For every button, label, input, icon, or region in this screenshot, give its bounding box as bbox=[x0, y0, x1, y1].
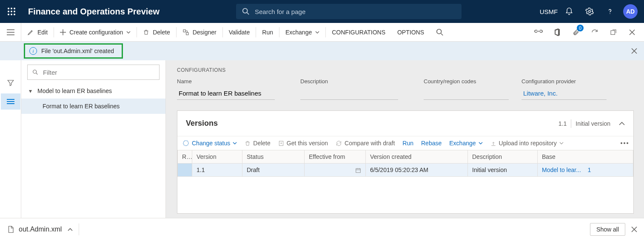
upload-icon bbox=[490, 140, 496, 147]
filter-icon bbox=[32, 69, 39, 76]
office-button[interactable] bbox=[550, 25, 564, 39]
change-status-button[interactable]: Change status bbox=[182, 140, 237, 147]
tree-node-parent[interactable]: ▾ Model to learn ER baselines bbox=[21, 83, 165, 99]
upload-repo-button[interactable]: Upload into repository bbox=[490, 140, 564, 147]
rail-filter-button[interactable] bbox=[1, 75, 20, 91]
global-search-input[interactable] bbox=[255, 8, 456, 15]
version-delete-label: Delete bbox=[253, 140, 270, 147]
svg-rect-39 bbox=[356, 169, 361, 172]
svg-point-38 bbox=[627, 142, 628, 144]
notifications-button[interactable] bbox=[560, 0, 578, 23]
field-name-input[interactable] bbox=[177, 87, 275, 100]
cell-description[interactable]: Initial version bbox=[468, 164, 538, 177]
show-all-button[interactable]: Show all bbox=[590, 223, 625, 236]
cell-created[interactable]: 6/5/2019 05:20:23 AM bbox=[366, 164, 468, 177]
field-provider-label: Configuration provider bbox=[521, 78, 607, 85]
svg-point-36 bbox=[621, 142, 622, 144]
global-search[interactable] bbox=[236, 4, 462, 19]
create-config-button[interactable]: Create configuration bbox=[54, 23, 137, 42]
validate-button[interactable]: Validate bbox=[223, 23, 256, 42]
rebase-button[interactable]: Rebase bbox=[421, 140, 442, 147]
version-run-label: Run bbox=[402, 140, 413, 147]
more-actions-button[interactable] bbox=[621, 142, 628, 144]
rail-list-button[interactable] bbox=[1, 93, 20, 110]
main-content: CONFIGURATIONS Name Description Country/… bbox=[166, 60, 644, 218]
user-avatar[interactable]: AD bbox=[621, 0, 640, 23]
nav-toggle[interactable] bbox=[0, 23, 21, 42]
close-icon bbox=[631, 48, 637, 54]
dismiss-message-button[interactable] bbox=[631, 48, 637, 54]
close-page-button[interactable] bbox=[625, 25, 639, 39]
svg-point-13 bbox=[610, 13, 610, 14]
cell-version[interactable]: 1.1 bbox=[192, 164, 242, 177]
options-label: OPTIONS bbox=[397, 29, 424, 36]
run-button[interactable]: Run bbox=[256, 23, 279, 42]
col-effective[interactable]: Effective from bbox=[305, 150, 366, 164]
grid-data-row[interactable]: 1.1 Draft 6/5/2019 05:20:23 AM Initial v… bbox=[178, 164, 633, 177]
compare-button[interactable]: Compare with draft bbox=[336, 140, 395, 147]
company-picker[interactable]: USMF bbox=[539, 0, 558, 23]
cell-base[interactable]: Model to lear... 1 bbox=[538, 164, 633, 177]
version-run-button[interactable]: Run bbox=[402, 140, 413, 147]
col-description[interactable]: Description bbox=[468, 150, 538, 164]
field-provider-input[interactable] bbox=[521, 87, 607, 100]
popout-button[interactable] bbox=[607, 25, 620, 39]
col-base[interactable]: Base bbox=[538, 150, 633, 164]
versions-header: Versions 1.1 Initial version bbox=[177, 111, 633, 136]
svg-point-5 bbox=[14, 11, 15, 12]
tab-configurations[interactable]: CONFIGURATIONS bbox=[326, 23, 391, 42]
settings-button[interactable] bbox=[580, 0, 599, 23]
tab-options[interactable]: OPTIONS bbox=[391, 23, 430, 42]
related-links-button[interactable] bbox=[532, 25, 545, 39]
help-button[interactable] bbox=[601, 0, 619, 23]
exchange-button[interactable]: Exchange bbox=[279, 23, 325, 42]
tree-node-child[interactable]: Format to learn ER baselines bbox=[21, 99, 165, 114]
cell-effective[interactable] bbox=[305, 164, 366, 177]
col-status[interactable]: Status bbox=[242, 150, 305, 164]
col-created[interactable]: Version created bbox=[366, 150, 468, 164]
edit-button[interactable]: Edit bbox=[21, 23, 54, 42]
compare-label: Compare with draft bbox=[345, 140, 395, 147]
waffle-button[interactable] bbox=[0, 0, 23, 23]
trash-icon bbox=[143, 29, 149, 36]
footer-close-button[interactable] bbox=[631, 226, 637, 232]
file-menu-button[interactable] bbox=[68, 228, 73, 231]
cell-base-num[interactable]: 1 bbox=[587, 167, 591, 173]
version-exchange-button[interactable]: Exchange bbox=[449, 140, 482, 147]
trash-icon bbox=[245, 140, 251, 147]
funnel-icon bbox=[7, 79, 14, 87]
chevron-down-icon bbox=[479, 142, 483, 144]
field-description-input[interactable] bbox=[300, 87, 398, 100]
svg-point-37 bbox=[624, 142, 625, 144]
svg-rect-19 bbox=[183, 30, 185, 32]
tree-filter[interactable] bbox=[27, 65, 160, 80]
avatar-initials: AD bbox=[623, 4, 638, 19]
link-icon bbox=[534, 30, 543, 35]
cell-base-link[interactable]: Model to lear... bbox=[542, 167, 581, 173]
close-icon bbox=[631, 226, 637, 232]
collapse-button[interactable] bbox=[619, 122, 625, 125]
svg-point-34 bbox=[183, 141, 188, 146]
col-version[interactable]: Version bbox=[192, 150, 242, 164]
downloaded-file[interactable]: out.Admin.xml bbox=[7, 225, 62, 234]
col-r[interactable]: R... bbox=[178, 150, 192, 164]
get-version-button[interactable]: Get this version bbox=[278, 140, 328, 147]
cell-r[interactable] bbox=[178, 164, 192, 177]
field-region: Country/region codes bbox=[424, 78, 496, 100]
list-icon bbox=[7, 99, 14, 104]
search-action[interactable] bbox=[430, 23, 450, 42]
create-config-label: Create configuration bbox=[69, 29, 123, 36]
tree-filter-input[interactable] bbox=[43, 69, 155, 76]
cell-status[interactable]: Draft bbox=[242, 164, 305, 177]
field-region-input[interactable] bbox=[424, 87, 509, 100]
delete-button[interactable]: Delete bbox=[137, 23, 176, 42]
svg-point-4 bbox=[11, 11, 12, 12]
refresh-button[interactable] bbox=[588, 25, 601, 39]
attachments-button[interactable]: 0 bbox=[569, 25, 583, 39]
change-status-label: Change status bbox=[192, 140, 230, 147]
svg-point-21 bbox=[437, 29, 442, 34]
version-delete-button[interactable]: Delete bbox=[245, 140, 270, 147]
grid-header-row: R... Version Status Effective from Versi… bbox=[178, 150, 633, 164]
designer-button[interactable]: Designer bbox=[177, 23, 222, 42]
field-region-label: Country/region codes bbox=[424, 78, 496, 85]
